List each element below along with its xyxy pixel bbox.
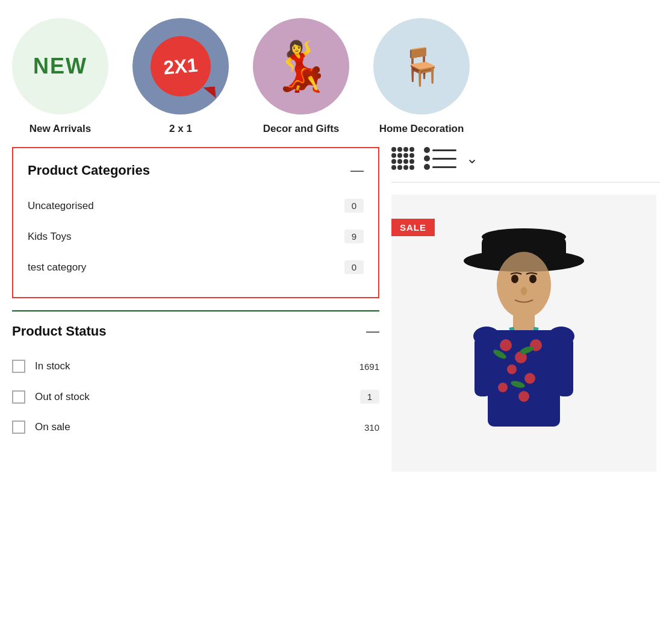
list-view-icon[interactable] [424,147,456,170]
main-layout: Product Categories — Uncategorised 0 Kid… [0,147,672,472]
status-checkbox-on-sale[interactable] [12,421,25,434]
status-checkbox-out-of-stock[interactable] [12,390,25,404]
product-card[interactable]: SALE [391,195,656,472]
doll-icon: 💃 [271,42,331,90]
categories-toggle[interactable]: — [350,164,364,177]
svg-point-12 [524,373,535,384]
2x1-text: 2X1 [163,54,199,79]
home-label: Home Decoration [379,123,464,135]
svg-point-11 [507,364,517,374]
new-arrivals-text: NEW [33,54,87,79]
sidebar: Product Categories — Uncategorised 0 Kid… [12,147,379,472]
svg-rect-20 [474,336,491,396]
category-test[interactable]: test category 0 [28,252,364,283]
new-arrivals-circle: NEW [12,18,108,114]
svg-point-23 [529,275,537,283]
list-bar-1 [432,149,456,151]
product-status-box: Product Status — In stock 1691 Out of st… [12,324,379,442]
decor-label: Decor and Gifts [263,123,340,135]
list-line-1 [424,147,456,153]
svg-point-14 [518,391,529,402]
home-icon: 🪑 [373,18,470,114]
2x1-label: 2 x 1 [169,123,192,135]
home-circle: 🪑 [373,18,470,114]
status-name-out-of-stock: Out of stock [35,391,350,403]
status-checkbox-in-stock[interactable] [12,360,25,373]
category-kids-toys[interactable]: Kids Toys 9 [28,221,364,252]
svg-point-24 [521,287,527,295]
svg-rect-21 [556,336,573,396]
category-home-decoration[interactable]: 🪑 Home Decoration [373,18,470,135]
list-bar-2 [432,158,456,160]
list-bar-3 [432,166,456,168]
status-list: In stock 1691 Out of stock 1 On sale 310 [12,351,379,442]
product-image [391,195,656,472]
category-decor-gifts[interactable]: 💃 Decor and Gifts [253,18,349,135]
category-name-kids-toys: Kids Toys [28,231,71,243]
category-name-uncategorised: Uncategorised [28,200,94,212]
view-controls: ⌄ [391,147,660,170]
status-title: Product Status [12,324,106,339]
grid-view-icon[interactable] [391,147,414,170]
list-line-3 [424,164,456,170]
category-count-uncategorised: 0 [344,199,364,213]
product-categories-box: Product Categories — Uncategorised 0 Kid… [12,147,379,298]
categories-list: Uncategorised 0 Kids Toys 9 test categor… [28,190,364,283]
category-2x1[interactable]: 2X1 2 x 1 [132,18,229,135]
category-uncategorised[interactable]: Uncategorised 0 [28,190,364,221]
list-dot-2 [424,155,430,161]
cowboy-svg [422,201,626,466]
decor-circle: 💃 [253,18,349,114]
list-line-2 [424,155,456,161]
categories-title: Product Categories [28,163,150,178]
new-arrivals-label: New Arrivals [30,123,91,135]
status-name-on-sale: On sale [35,421,346,433]
svg-point-2 [482,228,566,245]
sidebar-divider [12,310,379,311]
status-in-stock[interactable]: In stock 1691 [12,351,379,381]
category-name-test: test category [28,261,86,274]
status-toggle[interactable]: — [366,325,379,338]
svg-point-8 [500,339,512,351]
status-count-in-stock: 1691 [355,361,379,372]
list-dot-3 [424,164,430,170]
sort-dropdown-icon[interactable]: ⌄ [466,150,478,167]
status-count-out-of-stock: 1 [360,390,379,404]
category-count-test: 0 [344,260,364,274]
product-area: ⌄ SALE [391,147,660,472]
status-count-on-sale: 310 [355,422,379,433]
2x1-badge: 2X1 [148,34,213,99]
category-count-kids-toys: 9 [344,230,364,243]
svg-point-25 [464,250,584,272]
category-new-arrivals[interactable]: NEW New Arrivals [12,18,108,135]
sale-badge: SALE [391,219,435,236]
svg-rect-7 [488,330,560,427]
top-categories-row: NEW New Arrivals 2X1 2 x 1 💃 Decor and G… [0,0,672,147]
categories-header: Product Categories — [28,163,364,178]
list-dot-1 [424,147,430,153]
svg-rect-4 [513,314,535,332]
status-out-of-stock[interactable]: Out of stock 1 [12,381,379,412]
status-on-sale[interactable]: On sale 310 [12,412,379,442]
2x1-circle: 2X1 [132,18,229,114]
controls-divider [391,182,660,183]
status-name-in-stock: In stock [35,360,346,372]
svg-point-22 [511,275,518,283]
status-header: Product Status — [12,324,379,339]
svg-point-13 [498,383,508,392]
